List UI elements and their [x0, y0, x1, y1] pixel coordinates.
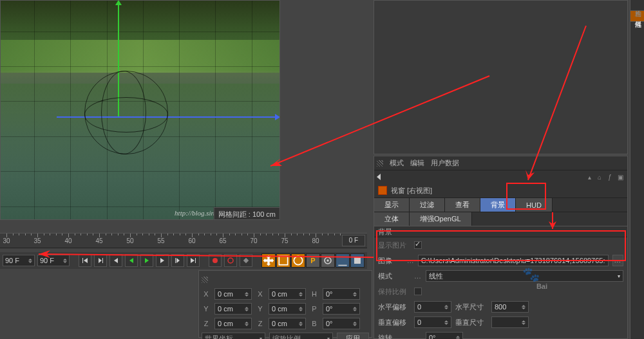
group-background: 背景 — [374, 226, 627, 237]
tool-p[interactable]: P — [306, 253, 320, 268]
tab-enhanced-opengl[interactable]: 增强OpenGL — [410, 212, 472, 226]
v-offset-field[interactable]: 0 — [414, 316, 451, 328]
panel-grip-icon[interactable] — [202, 277, 208, 283]
attr-tabs-row1: 显示 过滤 查看 背景 HUD — [374, 197, 627, 212]
svg-point-0 — [213, 258, 218, 263]
tab-display[interactable]: 显示 — [374, 198, 410, 212]
attr-tabs-row2: 立体 增强OpenGL — [374, 212, 627, 226]
panel-grip-icon[interactable] — [377, 160, 383, 167]
tab-background[interactable]: 背景 — [480, 198, 516, 212]
prop-mode-label: 模式 — [378, 271, 410, 281]
h-size-field[interactable]: 800 — [491, 301, 529, 313]
prop-v-offset-label: 垂直偏移 — [378, 318, 410, 327]
attr-toolbar: ▴ ⌂ ƒ ▣ — [374, 170, 627, 183]
menu-mode[interactable]: 模式 — [390, 158, 404, 168]
keep-ratio-checkbox[interactable] — [414, 288, 422, 295]
viewport[interactable]: http://blog.sina.com.cn/newbaishui — [0, 0, 280, 220]
tool-scale[interactable] — [276, 253, 290, 268]
coord-y-size[interactable]: 0 cm — [269, 303, 306, 315]
svg-rect-3 — [279, 256, 287, 264]
timeline-start-field[interactable]: 90 F — [3, 255, 35, 266]
attr-object-header: 视窗 [右视图] — [374, 183, 627, 197]
nav-back-icon[interactable] — [377, 174, 381, 180]
tab-view[interactable]: 查看 — [445, 198, 480, 212]
menu-userdata[interactable]: 用户数据 — [431, 158, 459, 168]
attribute-panel: 模式 编辑 用户数据 ▴ ⌂ ƒ ▣ 视窗 [右视图] 显示 过滤 查看 背景 … — [374, 156, 628, 339]
ruler-current-frame[interactable]: 0 F — [342, 235, 365, 246]
nav-home-icon[interactable]: ⌂ — [595, 174, 604, 181]
coord-scale-mode-select[interactable]: 缩放比例 — [269, 333, 333, 339]
tool-rotate[interactable] — [291, 253, 305, 268]
image-browse-button[interactable]: ... — [612, 255, 623, 266]
show-image-checkbox[interactable] — [414, 241, 422, 249]
coord-y-pos[interactable]: 0 cm — [214, 303, 252, 315]
rotate-field[interactable]: 0° — [426, 332, 463, 339]
vtab-attributes[interactable]: 属性 — [630, 11, 644, 22]
tab-filter[interactable]: 过滤 — [410, 198, 445, 212]
timeline-end-field[interactable]: 90 F — [37, 255, 70, 266]
prop-show-image-label: 显示图片 — [378, 241, 410, 250]
coordinate-panel: X 0 cm X 0 cm H 0° Y 0 cm Y 0 cm P 0° Z … — [198, 270, 372, 338]
tool-lock[interactable] — [321, 253, 335, 268]
svg-point-1 — [228, 258, 233, 263]
vtab-structure[interactable]: 构造 — [630, 0, 644, 11]
next-key-button[interactable] — [171, 254, 184, 267]
coord-x-pos[interactable]: 0 cm — [214, 288, 252, 300]
prop-h-offset-label: 水平偏移 — [378, 302, 410, 312]
play-reverse-button[interactable] — [125, 254, 138, 267]
prev-key-button[interactable] — [94, 254, 107, 267]
coord-x-size[interactable]: 0 cm — [269, 288, 306, 300]
object-manager-panel[interactable] — [374, 0, 628, 154]
viewport-object-icon — [378, 186, 387, 195]
timeline-ruler[interactable]: 0 F 3035404550556065707580 — [0, 233, 367, 248]
right-dock-tabs: 构造 属性 — [630, 0, 644, 339]
nav-up-icon[interactable]: ▴ — [585, 174, 594, 181]
tool-a[interactable] — [336, 253, 350, 268]
go-to-end-button[interactable] — [187, 254, 200, 267]
coord-h-rot[interactable]: 0° — [323, 288, 360, 300]
coord-z-pos[interactable]: 0 cm — [214, 318, 252, 329]
prev-frame-button[interactable] — [109, 254, 122, 267]
autokey-button[interactable] — [224, 254, 237, 267]
mode-select[interactable]: 线性 — [426, 270, 623, 282]
v-size-field[interactable] — [491, 316, 529, 328]
prop-h-size-label: 水平尺寸 — [455, 302, 488, 312]
coord-space-select[interactable]: 世界坐标 — [202, 333, 265, 339]
coord-apply-button[interactable]: 应用 — [337, 333, 369, 339]
viewport-image: http://blog.sina.com.cn/newbaishui — [1, 1, 279, 219]
coord-b-rot[interactable]: 0° — [323, 318, 360, 329]
prop-v-size-label: 垂直尺寸 — [455, 318, 488, 327]
keyframe-options-button[interactable] — [240, 254, 252, 267]
svg-point-6 — [327, 259, 328, 261]
image-path-field[interactable]: C:\Users\Administrator\Desktop\u=1731876… — [418, 255, 609, 266]
h-offset-field[interactable]: 0 — [414, 301, 451, 313]
tab-stereo[interactable]: 立体 — [374, 212, 410, 226]
go-to-start-button[interactable] — [79, 254, 91, 267]
coord-z-size[interactable]: 0 cm — [269, 318, 306, 329]
svg-rect-2 — [243, 258, 249, 263]
prop-image-label: 图像 — [378, 256, 403, 266]
play-button[interactable] — [140, 254, 153, 267]
tool-move[interactable] — [261, 253, 276, 268]
prop-rotate-label: 旋转 — [378, 333, 410, 340]
coord-p-rot[interactable]: 0° — [323, 303, 360, 315]
next-frame-button[interactable] — [156, 254, 169, 267]
tab-hud[interactable]: HUD — [516, 198, 553, 212]
svg-rect-7 — [354, 257, 361, 264]
svg-point-4 — [294, 256, 302, 264]
tool-b[interactable] — [350, 253, 365, 268]
nav-func-icon[interactable]: ƒ — [605, 174, 614, 181]
record-button[interactable] — [209, 254, 222, 267]
prop-keep-ratio-label: 保持比例 — [378, 287, 410, 297]
nav-new-icon[interactable]: ▣ — [616, 174, 625, 181]
menu-edit[interactable]: 编辑 — [410, 158, 424, 168]
coord-x-label: X — [202, 290, 211, 298]
grid-spacing-label: 网格间距 : 100 cm — [214, 207, 280, 220]
timeline-controls: 90 F 90 F P — [0, 252, 367, 269]
attr-menubar: 模式 编辑 用户数据 — [374, 156, 627, 170]
